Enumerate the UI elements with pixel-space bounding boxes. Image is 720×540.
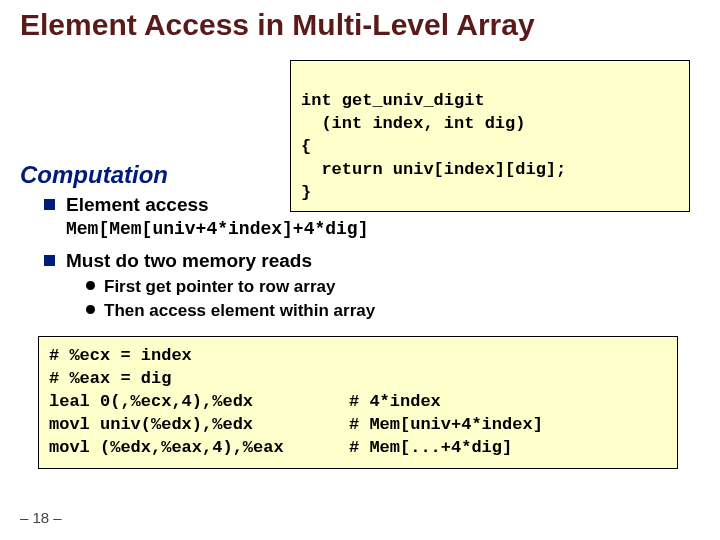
slide-title: Element Access in Multi-Level Array	[20, 8, 700, 43]
asm-instr: # %eax = dig	[49, 368, 349, 391]
asm-instr: # %ecx = index	[49, 345, 349, 368]
sub-bullet-item: Then access element within array	[86, 300, 700, 322]
bullet-item: Element access	[44, 193, 700, 218]
asm-comment: # Mem[univ+4*index]	[349, 414, 543, 437]
asm-comment: # Mem[...+4*dig]	[349, 437, 512, 460]
asm-row: movl univ(%edx),%edx # Mem[univ+4*index]	[49, 414, 667, 437]
asm-instr: leal 0(,%ecx,4),%edx	[49, 391, 349, 414]
sub-bullet-list: First get pointer to row array Then acce…	[86, 276, 700, 322]
asm-row: leal 0(,%ecx,4),%edx # 4*index	[49, 391, 667, 414]
sub-bullet-item: First get pointer to row array	[86, 276, 700, 298]
asm-box: # %ecx = index # %eax = dig leal 0(,%ecx…	[38, 336, 678, 469]
bullet-item: Must do two memory reads First get point…	[44, 249, 700, 322]
asm-row: movl (%edx,%eax,4),%eax # Mem[...+4*dig]	[49, 437, 667, 460]
asm-comment: # 4*index	[349, 391, 441, 414]
code-line: (int index, int dig)	[301, 114, 525, 133]
asm-instr: movl univ(%edx),%edx	[49, 414, 349, 437]
bullet-list: Element access	[44, 193, 700, 218]
asm-instr: movl (%edx,%eax,4),%eax	[49, 437, 349, 460]
code-line: {	[301, 137, 311, 156]
code-line: int get_univ_digit	[301, 91, 485, 110]
memory-expression: Mem[Mem[univ+4*index]+4*dig]	[66, 219, 700, 239]
slide-number: – 18 –	[20, 509, 62, 526]
section-block: Computation Element access Mem[Mem[univ+…	[20, 161, 700, 469]
code-line: return univ[index][dig];	[301, 160, 566, 179]
code-box: int get_univ_digit (int index, int dig) …	[290, 60, 690, 212]
bullet-text: Must do two memory reads	[66, 250, 312, 271]
slide: Element Access in Multi-Level Array int …	[0, 0, 720, 540]
asm-row: # %eax = dig	[49, 368, 667, 391]
asm-row: # %ecx = index	[49, 345, 667, 368]
bullet-list: Must do two memory reads First get point…	[44, 249, 700, 322]
